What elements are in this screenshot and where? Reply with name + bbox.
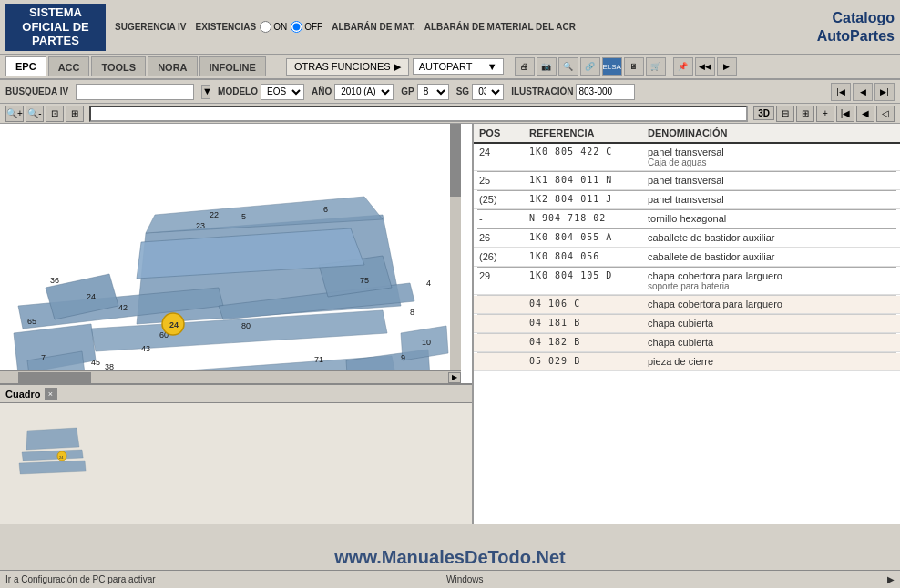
link-icon[interactable]: 🔗 [580, 57, 600, 76]
diagram-search-box[interactable] [89, 106, 748, 122]
table-row[interactable]: 29 1K0 804 105 D chapa cobertora para la… [474, 268, 900, 295]
cart-icon[interactable]: 🛒 [646, 57, 666, 76]
nav-bar: EPC ACC TOOLS NORA INFOLINE OTRAS FUNCIO… [0, 55, 900, 80]
ano-select[interactable]: 2010 (A) [334, 84, 394, 100]
part-desc: tornillo hexagonal [648, 213, 895, 224]
nav-first-icon[interactable]: |◀ [831, 83, 851, 101]
busqueda-dropdown-btn[interactable]: ▼ [201, 85, 210, 99]
tab-nora[interactable]: NORA [148, 56, 197, 76]
table-row[interactable]: 04 182 B chapa cubierta [474, 334, 900, 352]
tab-acc[interactable]: ACC [48, 56, 90, 76]
svg-text:22: 22 [210, 210, 219, 219]
status-bar: Ir a Configuración de PC para activar Wi… [0, 570, 900, 588]
busqueda-input[interactable] [76, 84, 194, 100]
tab-infoline[interactable]: INFOLINE [199, 56, 266, 76]
part-pos: (26) [479, 251, 529, 262]
thumbnail-panel: Cuadro × 24 [0, 383, 474, 524]
add-btn[interactable]: + [816, 106, 834, 122]
albaran-mat-label: ALBARÁN DE MAT. [332, 22, 414, 32]
tab-tools[interactable]: TOOLS [91, 56, 146, 76]
part-desc: caballete de bastidor auxiliar [648, 232, 895, 243]
toolbar-icons-right: |◀ ◀ ▶| [831, 83, 895, 101]
part-ref: 1K0 804 055 A [529, 232, 648, 242]
elsa-icon[interactable]: ELSA [602, 57, 622, 76]
part-ref: 05 029 B [529, 356, 648, 366]
page-prev-btn[interactable]: ◀ [856, 106, 874, 122]
gp-select[interactable]: 8 [417, 84, 449, 100]
print-icon[interactable]: 🖨 [515, 57, 535, 76]
diagram-hscrollbar[interactable]: ▶ [0, 370, 461, 383]
off-radio-label[interactable]: OFF [291, 21, 322, 33]
expand-btn[interactable]: ⊞ [796, 106, 814, 122]
table-row[interactable]: 05 029 B pieza de cierre [474, 353, 900, 371]
part-desc: chapa cubierta [648, 318, 895, 329]
svg-text:4: 4 [426, 279, 431, 288]
busqueda-label: BÚSQUEDA IV [5, 86, 68, 96]
search-icon[interactable]: 🔍 [558, 57, 578, 76]
gp-label: GP [401, 86, 414, 96]
on-radio-label[interactable]: ON [260, 21, 287, 33]
svg-text:65: 65 [27, 317, 36, 326]
off-radio[interactable] [291, 21, 302, 33]
table-row[interactable]: (25) 1K2 804 011 J panel transversal [474, 191, 900, 209]
zoom-group: 🔍+ 🔍- ⊡ ⊞ [5, 106, 84, 122]
toolbar-row2: 🔍+ 🔍- ⊡ ⊞ 3D ⊟ ⊞ + |◀ ◀ ◁ [0, 104, 900, 124]
svg-text:6: 6 [323, 205, 328, 214]
part-pos: (25) [479, 194, 529, 205]
table-row[interactable]: 04 106 C chapa cobertora para larguero [474, 296, 900, 314]
table-row[interactable]: 25 1K1 804 011 N panel transversal [474, 172, 900, 190]
hscrollbar-thumb[interactable] [18, 372, 91, 383]
parts-list: 24 1K0 805 422 C panel transversal Caja … [474, 144, 900, 524]
zoom-out-btn[interactable]: 🔍- [26, 106, 44, 122]
toggle-view-btn[interactable]: ⊟ [776, 106, 794, 122]
monitor-icon[interactable]: 🖥 [624, 57, 644, 76]
sugerencia-label: SUGERENCIA IV [115, 22, 187, 32]
table-row[interactable]: - N 904 718 02 tornillo hexagonal [474, 210, 900, 228]
hscrollbar-right-btn[interactable]: ▶ [448, 372, 461, 383]
table-row[interactable]: 26 1K0 804 055 A caballete de bastidor a… [474, 229, 900, 248]
page-back-btn[interactable]: ◁ [876, 106, 895, 122]
sg-select[interactable]: 03 [472, 84, 504, 100]
ilustracion-input[interactable] [576, 84, 635, 100]
zoom-actual-btn[interactable]: ⊞ [66, 106, 84, 122]
albaran-acr-label: ALBARÁN DE MATERIAL DEL ACR [424, 22, 576, 32]
thumb-close-btn[interactable]: × [45, 388, 57, 400]
modelo-group: MODELO EOS [218, 84, 304, 100]
modelo-select[interactable]: EOS [261, 84, 304, 100]
next-icon[interactable]: ▶ [717, 57, 737, 76]
table-row[interactable]: (26) 1K0 804 056 caballete de bastidor a… [474, 248, 900, 267]
camera-icon[interactable]: 📷 [537, 57, 557, 76]
tab-epc[interactable]: EPC [5, 56, 46, 76]
back-icon[interactable]: ◀◀ [695, 57, 715, 76]
part-desc: chapa cobertora para larguero [648, 270, 895, 281]
diagram-vscrollbar-thumb[interactable] [450, 124, 461, 197]
page-first-btn[interactable]: |◀ [836, 106, 854, 122]
table-row[interactable]: 24 1K0 805 422 C panel transversal Caja … [474, 144, 900, 171]
autopart-dropdown[interactable]: AUTOPART ▼ [413, 58, 504, 75]
table-row[interactable]: 04 181 B chapa cubierta [474, 315, 900, 333]
svg-text:23: 23 [196, 221, 205, 230]
part-desc: chapa cubierta [648, 337, 895, 348]
part-desc: pieza de cierre [648, 356, 895, 367]
part-desc-group: chapa cobertora para larguero soporte pa… [648, 270, 895, 291]
existencias-label: EXISTENCIAS [196, 22, 257, 32]
part-desc-group: panel transversal Caja de aguas [648, 147, 895, 167]
pin-icon[interactable]: 📌 [673, 57, 693, 76]
nav-last-icon[interactable]: ▶| [874, 83, 895, 101]
sg-group: SG 03 [456, 84, 504, 100]
part-ref: N 904 718 02 [529, 213, 648, 223]
on-radio[interactable] [260, 21, 271, 33]
top-bar: SISTEMA OFICIAL DE PARTES SUGERENCIA IV … [0, 0, 900, 55]
zoom-fit-btn[interactable]: ⊡ [46, 106, 64, 122]
svg-text:5: 5 [241, 212, 246, 221]
catalog-title: Catalogo AutoPartes [817, 9, 895, 44]
diagram-panel: 6 5 23 22 36 65 42 24 56 45 43 38 40 7 2… [0, 124, 474, 524]
nav-prev-icon[interactable]: ◀ [853, 83, 873, 101]
svg-text:8: 8 [410, 308, 414, 317]
ilustracion-label: ILUSTRACIÓN [511, 86, 573, 96]
otras-funciones-button[interactable]: OTRAS FUNCIONES ▶ [286, 58, 409, 76]
thumb-image: 24 [0, 403, 472, 524]
part-desc: caballete de bastidor auxiliar [648, 251, 895, 262]
zoom-in-btn[interactable]: 🔍+ [5, 106, 24, 122]
svg-text:7: 7 [41, 353, 46, 362]
